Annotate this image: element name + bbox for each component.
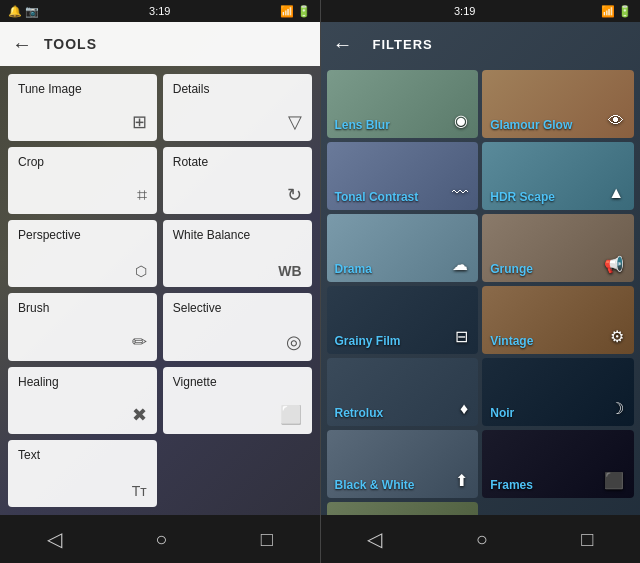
- tool-rotate[interactable]: Rotate ↻: [163, 147, 312, 214]
- filter-frames[interactable]: Frames ⬛: [482, 430, 634, 498]
- hdr-scape-icon: ▲: [608, 184, 624, 202]
- noir-icon: ☽: [610, 399, 624, 418]
- tonal-contrast-icon: 〰: [452, 184, 468, 202]
- tool-brush[interactable]: Brush ✏: [8, 293, 157, 360]
- filter-empty: [482, 502, 634, 515]
- healing-icon: ✖: [132, 404, 147, 426]
- grunge-icon: 📢: [604, 255, 624, 274]
- tools-title: TOOLS: [44, 36, 97, 52]
- status-bar-left: 🔔 📷 3:19 📶 🔋: [0, 0, 320, 22]
- nav-back-left[interactable]: ◁: [47, 527, 62, 551]
- filter-noir[interactable]: Noir ☽: [482, 358, 634, 426]
- status-bar-right: 3:19 📶 🔋: [321, 0, 641, 22]
- tune-image-icon: ⊞: [132, 111, 147, 133]
- tools-grid: Tune Image ⊞ Details ▽ Crop ⌗ Rotate ↻ P…: [0, 66, 320, 515]
- filters-toolbar: ← FILTERS: [321, 22, 641, 66]
- filter-face[interactable]: Face ☻: [327, 502, 479, 515]
- glamour-glow-icon: 👁: [608, 112, 624, 130]
- bottom-nav-left: ◁ ○ □: [0, 515, 320, 563]
- perspective-icon: ⬡: [135, 263, 147, 279]
- crop-icon: ⌗: [137, 185, 147, 206]
- vintage-icon: ⚙: [610, 327, 624, 346]
- filter-lens-blur[interactable]: Lens Blur ◉: [327, 70, 479, 138]
- filters-title: FILTERS: [365, 37, 441, 52]
- grainy-film-icon: ⊟: [455, 327, 468, 346]
- back-button-left[interactable]: ←: [12, 33, 32, 56]
- tool-perspective[interactable]: Perspective ⬡: [8, 220, 157, 287]
- signal-icons-left: 📶 🔋: [280, 5, 311, 18]
- tool-text[interactable]: Text Tт: [8, 440, 157, 507]
- brush-icon: ✏: [132, 331, 147, 353]
- tool-details[interactable]: Details ▽: [163, 74, 312, 141]
- bottom-nav-right: ◁ ○ □: [321, 515, 641, 563]
- nav-recent-right[interactable]: □: [581, 528, 593, 551]
- tool-empty: [163, 440, 312, 507]
- tool-tune-image[interactable]: Tune Image ⊞: [8, 74, 157, 141]
- time-right: 3:19: [454, 5, 475, 17]
- tools-toolbar: ← TOOLS: [0, 22, 320, 66]
- filter-grainy-film[interactable]: Grainy Film ⊟: [327, 286, 479, 354]
- tool-selective[interactable]: Selective ◎: [163, 293, 312, 360]
- black-white-icon: ⬆: [455, 471, 468, 490]
- tool-white-balance[interactable]: White Balance WB: [163, 220, 312, 287]
- text-icon: Tт: [132, 483, 147, 499]
- drama-icon: ☁: [452, 255, 468, 274]
- nav-home-left[interactable]: ○: [155, 528, 167, 551]
- filter-glamour-glow[interactable]: Glamour Glow 👁: [482, 70, 634, 138]
- nav-recent-left[interactable]: □: [261, 528, 273, 551]
- signal-icons-right: 📶 🔋: [601, 5, 632, 18]
- filters-grid: Lens Blur ◉ Glamour Glow 👁 Tonal Contras…: [321, 66, 641, 515]
- filter-retrolux[interactable]: Retrolux ♦: [327, 358, 479, 426]
- filter-drama[interactable]: Drama ☁: [327, 214, 479, 282]
- selective-icon: ◎: [286, 331, 302, 353]
- details-icon: ▽: [288, 111, 302, 133]
- tool-crop[interactable]: Crop ⌗: [8, 147, 157, 214]
- frames-icon: ⬛: [604, 471, 624, 490]
- filter-black-white[interactable]: Black & White ⬆: [327, 430, 479, 498]
- white-balance-icon: WB: [278, 263, 301, 279]
- lens-blur-icon: ◉: [454, 111, 468, 130]
- tools-panel: 🔔 📷 3:19 📶 🔋 ← TOOLS Tune Image ⊞ Detail…: [0, 0, 320, 563]
- filter-grunge[interactable]: Grunge 📢: [482, 214, 634, 282]
- nav-back-right[interactable]: ◁: [367, 527, 382, 551]
- notification-icon: 🔔 📷: [8, 5, 39, 18]
- back-button-right[interactable]: ←: [333, 33, 353, 56]
- retrolux-icon: ♦: [460, 400, 468, 418]
- nav-home-right[interactable]: ○: [476, 528, 488, 551]
- rotate-icon: ↻: [287, 184, 302, 206]
- vignette-icon: ⬜: [280, 404, 302, 426]
- time-left: 3:19: [149, 5, 170, 17]
- tool-healing[interactable]: Healing ✖: [8, 367, 157, 434]
- tool-vignette[interactable]: Vignette ⬜: [163, 367, 312, 434]
- filter-tonal-contrast[interactable]: Tonal Contrast 〰: [327, 142, 479, 210]
- filter-vintage[interactable]: Vintage ⚙: [482, 286, 634, 354]
- filter-hdr-scape[interactable]: HDR Scape ▲: [482, 142, 634, 210]
- filters-panel: 3:19 📶 🔋 ← FILTERS Lens Blur ◉ Glamour G…: [321, 0, 641, 563]
